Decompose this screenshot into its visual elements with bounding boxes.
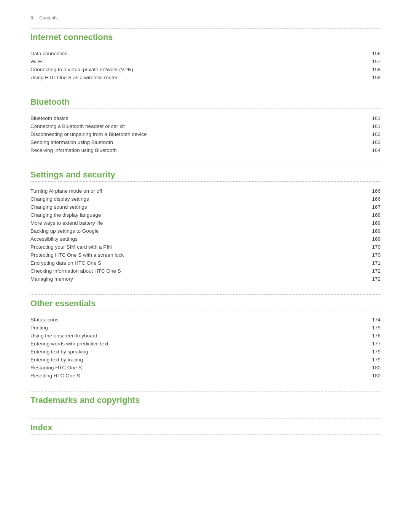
toc-entry-page: 177 bbox=[365, 341, 381, 347]
toc-entry-page: 169 bbox=[365, 220, 381, 226]
section-trademarks-and-copyrights: Trademarks and copyrights bbox=[30, 395, 381, 407]
toc-entry: Using HTC One S as a wireless router159 bbox=[30, 73, 381, 81]
toc-entry: Backing up settings to Google169 bbox=[30, 227, 381, 235]
toc-entry-label: Sending information using Bluetooth bbox=[30, 139, 365, 145]
toc-entry-page: 164 bbox=[365, 147, 381, 153]
section-other-essentials: Other essentialsStatus icons174Printing1… bbox=[30, 299, 381, 380]
toc-entry-page: 158 bbox=[365, 67, 381, 72]
toc-entry: Disconnecting or unpairing from a Blueto… bbox=[30, 130, 381, 138]
toc-entry-page: 166 bbox=[365, 188, 381, 194]
toc-entry-page: 180 bbox=[365, 365, 381, 371]
section-title-divider-index bbox=[30, 434, 381, 435]
toc-entry-label: Data connection bbox=[30, 51, 365, 56]
section-title-internet-connections: Internet connections bbox=[30, 32, 381, 42]
toc-entry-page: 156 bbox=[365, 51, 381, 56]
toc-entry-page: 174 bbox=[365, 317, 381, 323]
toc-entry-page: 161 bbox=[365, 123, 381, 129]
toc-entry-label: Printing bbox=[30, 325, 365, 331]
toc-entry-page: 159 bbox=[365, 75, 381, 80]
toc-entry-label: More ways to extend battery life bbox=[30, 220, 365, 226]
toc-entry-page: 167 bbox=[365, 204, 381, 210]
toc-entry: Changing display settings166 bbox=[30, 195, 381, 203]
section-settings-and-security: Settings and securityTurning Airplane mo… bbox=[30, 170, 381, 283]
toc-entry-label: Turning Airplane mode on or off bbox=[30, 188, 365, 194]
toc-entry-label: Receiving information using Bluetooth bbox=[30, 147, 365, 153]
toc-entry: Changing the display language168 bbox=[30, 211, 381, 219]
toc-entry-label: Disconnecting or unpairing from a Blueto… bbox=[30, 131, 365, 137]
toc-entry-label: Entering text by speaking bbox=[30, 349, 365, 355]
toc-entry-label: Restarting HTC One S bbox=[30, 365, 365, 371]
toc-entry-label: Backing up settings to Google bbox=[30, 228, 365, 234]
toc-entry-page: 171 bbox=[365, 260, 381, 266]
section-title-settings-and-security: Settings and security bbox=[30, 170, 381, 180]
toc-entry: Using the onscreen keyboard176 bbox=[30, 332, 381, 340]
toc-entry-label: Checking information about HTC One S bbox=[30, 268, 365, 274]
toc-entry-label: Bluetooth basics bbox=[30, 115, 365, 121]
toc-entry: Data connection156 bbox=[30, 50, 381, 58]
section-top-divider-bluetooth bbox=[30, 93, 381, 93]
section-index: Index bbox=[30, 423, 381, 435]
toc-entry: Accessibility settings169 bbox=[30, 235, 381, 243]
toc-entry-page: 166 bbox=[365, 196, 381, 202]
toc-entry: Wi-Fi157 bbox=[30, 58, 381, 66]
toc-entry: Protecting your SIM card with a PIN170 bbox=[30, 243, 381, 251]
toc-entry-page: 157 bbox=[365, 59, 381, 64]
toc-entry: Changing sound settings167 bbox=[30, 203, 381, 211]
toc-entry-label: Resetting HTC One S bbox=[30, 373, 365, 379]
toc-entry-label: Changing the display language bbox=[30, 212, 365, 218]
toc-entry-label: Encrypting data on HTC One S bbox=[30, 260, 365, 266]
toc-entry: Printing175 bbox=[30, 324, 381, 332]
toc-entry-page: 168 bbox=[365, 212, 381, 218]
section-title-divider-other-essentials bbox=[30, 310, 381, 310]
toc-entry-page: 176 bbox=[365, 333, 381, 339]
toc-entry-label: Accessibility settings bbox=[30, 236, 365, 242]
toc-entry: Entering words with predictive text177 bbox=[30, 340, 381, 348]
toc-entry: Checking information about HTC One S172 bbox=[30, 267, 381, 275]
toc-entry-page: 170 bbox=[365, 244, 381, 250]
toc-entry-label: Managing memory bbox=[30, 276, 365, 282]
toc-entry-label: Using HTC One S as a wireless router bbox=[30, 75, 365, 80]
toc-entry-page: 180 bbox=[365, 373, 381, 379]
toc-entry: Restarting HTC One S180 bbox=[30, 364, 381, 372]
toc-entry-page: 179 bbox=[365, 349, 381, 355]
section-title-divider-internet-connections bbox=[30, 44, 381, 44]
section-title-bluetooth: Bluetooth bbox=[30, 97, 381, 107]
toc-entry-label: Changing sound settings bbox=[30, 204, 365, 210]
toc-entry: Encrypting data on HTC One S171 bbox=[30, 259, 381, 267]
section-title-divider-trademarks-and-copyrights bbox=[30, 407, 381, 407]
toc-entry-label: Connecting a Bluetooth headset or car ki… bbox=[30, 123, 365, 129]
toc-entry: Resetting HTC One S180 bbox=[30, 372, 381, 380]
toc-entry-label: Wi-Fi bbox=[30, 59, 365, 64]
header-label: Contents bbox=[39, 15, 57, 21]
section-top-divider-trademarks-and-copyrights bbox=[30, 391, 381, 391]
section-top-divider-internet-connections bbox=[30, 28, 381, 29]
toc-entry: Managing memory172 bbox=[30, 275, 381, 283]
toc-entry-label: Entering text by tracing bbox=[30, 357, 365, 363]
toc-entry: Turning Airplane mode on or off166 bbox=[30, 187, 381, 195]
toc-entry-label: Entering words with predictive text bbox=[30, 341, 365, 347]
page-number: 6 bbox=[30, 15, 33, 21]
section-title-index: Index bbox=[30, 423, 381, 433]
section-top-divider-index bbox=[30, 419, 381, 419]
toc-entry: Bluetooth basics161 bbox=[30, 114, 381, 122]
toc-entry-label: Connecting to a virtual private network … bbox=[30, 67, 365, 72]
section-top-divider-settings-and-security bbox=[30, 166, 381, 166]
toc-entry: Entering text by tracing179 bbox=[30, 356, 381, 364]
section-bluetooth: BluetoothBluetooth basics161Connecting a… bbox=[30, 97, 381, 154]
toc-entry: Protecting HTC One S with a screen lock1… bbox=[30, 251, 381, 259]
toc-entry: Connecting a Bluetooth headset or car ki… bbox=[30, 122, 381, 130]
toc-entry-page: 161 bbox=[365, 115, 381, 121]
toc-entry-page: 172 bbox=[365, 268, 381, 274]
page-header: 6 Contents bbox=[30, 15, 381, 21]
toc-entry-page: 163 bbox=[365, 139, 381, 145]
toc-entry: Connecting to a virtual private network … bbox=[30, 66, 381, 73]
toc-entry-page: 175 bbox=[365, 325, 381, 331]
toc-entry-label: Using the onscreen keyboard bbox=[30, 333, 365, 339]
toc-entry-page: 169 bbox=[365, 236, 381, 242]
toc-entry-page: 179 bbox=[365, 357, 381, 363]
section-title-divider-settings-and-security bbox=[30, 181, 381, 182]
toc-entry: Sending information using Bluetooth163 bbox=[30, 138, 381, 146]
section-top-divider-other-essentials bbox=[30, 294, 381, 295]
toc-entry-label: Protecting your SIM card with a PIN bbox=[30, 244, 365, 250]
toc-entry: Status icons174 bbox=[30, 316, 381, 324]
